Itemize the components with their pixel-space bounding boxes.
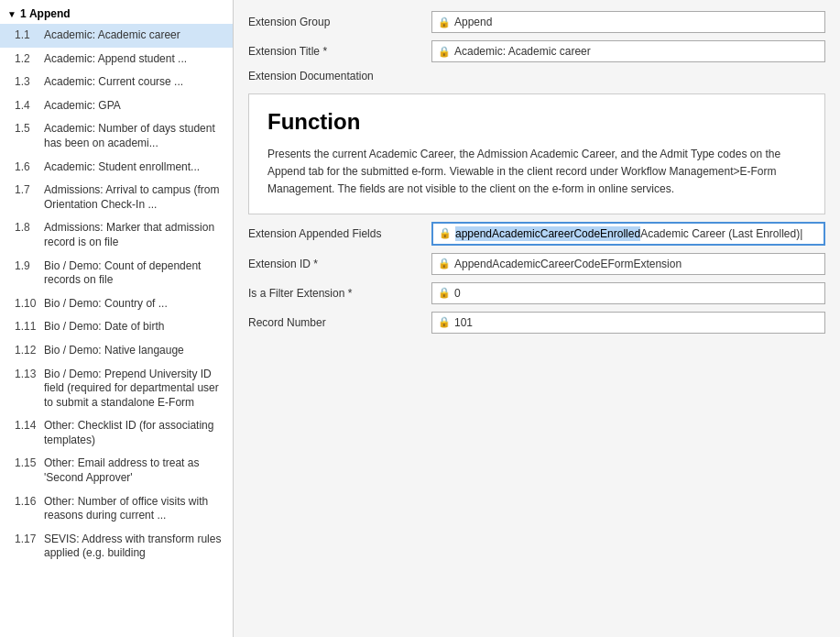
tree-root-append[interactable]: ▼ 1 Append xyxy=(0,4,233,24)
sidebar-item-16[interactable]: 1.16Other: Number of office visits with … xyxy=(0,490,233,528)
sidebar-item-14[interactable]: 1.14Other: Checklist ID (for associating… xyxy=(0,414,233,452)
extension-group-field: 🔒 Append xyxy=(431,11,825,33)
sidebar-item-num: 1.6 xyxy=(15,160,44,175)
sidebar-item-label: Academic: Academic career xyxy=(44,28,180,43)
record-number-label: Record Number xyxy=(248,316,431,329)
sidebar-item-num: 1.8 xyxy=(15,221,44,236)
sidebar-item-num: 1.13 xyxy=(15,368,44,382)
extension-group-row: Extension Group 🔒 Append xyxy=(248,11,825,33)
sidebar-item-label: Admissions: Marker that admission record… xyxy=(44,221,225,249)
extension-id-label: Extension ID * xyxy=(248,258,431,270)
sidebar-item-num: 1.17 xyxy=(15,533,44,547)
sidebar-item-10[interactable]: 1.10Bio / Demo: Country of ... xyxy=(0,292,233,316)
sidebar-item-label: Academic: Number of days student has bee… xyxy=(44,122,225,150)
sidebar-item-label: Bio / Demo: Country of ... xyxy=(44,297,168,312)
lock-icon-record: 🔒 xyxy=(438,316,451,328)
extension-title-row: Extension Title * 🔒 Academic: Academic c… xyxy=(248,40,825,62)
sidebar-item-num: 1.14 xyxy=(15,419,44,434)
sidebar-item-label: Admissions: Arrival to campus (from Orie… xyxy=(44,183,225,212)
sidebar-item-label: Other: Checklist ID (for associating tem… xyxy=(44,419,225,447)
sidebar-item-6[interactable]: 1.6Academic: Student enrollment... xyxy=(0,156,233,180)
sidebar-item-label: Academic: Append student ... xyxy=(44,52,187,67)
main-content: Extension Group 🔒 Append Extension Title… xyxy=(234,0,840,637)
doc-body: Presents the current Academic Career, th… xyxy=(267,146,806,199)
sidebar-item-9[interactable]: 1.9Bio / Demo: Count of dependent record… xyxy=(0,255,233,292)
sidebar-item-num: 1.4 xyxy=(15,99,44,114)
filter-extension-field: 🔒 0 xyxy=(431,282,825,304)
extension-group-value: Append xyxy=(454,16,492,28)
sidebar-item-num: 1.11 xyxy=(15,320,44,335)
extension-group-label: Extension Group xyxy=(248,16,431,28)
sidebar-item-label: Bio / Demo: Date of birth xyxy=(44,320,164,335)
lock-icon-group: 🔒 xyxy=(438,16,451,28)
sidebar-item-label: Bio / Demo: Prepend University ID field … xyxy=(44,368,225,411)
sidebar-item-4[interactable]: 1.4Academic: GPA xyxy=(0,94,233,118)
filter-extension-value: 0 xyxy=(454,287,461,300)
sidebar-item-label: Other: Number of office visits with reas… xyxy=(44,495,225,523)
sidebar-item-num: 1.3 xyxy=(15,75,44,90)
tree-root-name: Append xyxy=(29,7,71,20)
extension-id-value: AppendAcademicCareerCodeEFormExtension xyxy=(454,258,682,270)
sidebar-item-num: 1.10 xyxy=(15,297,44,312)
doc-section: Function Presents the current Academic C… xyxy=(248,93,825,214)
sidebar-item-num: 1.7 xyxy=(15,183,44,198)
extension-doc-label: Extension Documentation xyxy=(248,70,374,82)
appended-highlight-value: appendAcademicCareerCodeEnrolled xyxy=(455,226,640,241)
sidebar-item-label: Academic: Current course ... xyxy=(44,75,183,90)
extension-title-label: Extension Title * xyxy=(248,45,431,58)
sidebar-item-label: SEVIS: Address with transform rules appl… xyxy=(44,533,225,561)
sidebar-item-2[interactable]: 1.2Academic: Append student ... xyxy=(0,48,233,71)
sidebar-item-3[interactable]: 1.3Academic: Current course ... xyxy=(0,71,233,94)
extension-doc-row: Extension Documentation xyxy=(248,70,825,86)
record-number-row: Record Number 🔒 101 xyxy=(248,312,825,334)
sidebar-item-5[interactable]: 1.5Academic: Number of days student has … xyxy=(0,117,233,155)
filter-extension-label: Is a Filter Extension * xyxy=(248,287,431,300)
appended-fields-field[interactable]: 🔒 appendAcademicCareerCodeEnrolledAcadem… xyxy=(431,222,825,246)
lock-icon-appended: 🔒 xyxy=(439,227,452,239)
sidebar-item-12[interactable]: 1.12Bio / Demo: Native langauge xyxy=(0,339,233,363)
sidebar-item-13[interactable]: 1.13Bio / Demo: Prepend University ID fi… xyxy=(0,363,233,415)
lock-icon-filter: 🔒 xyxy=(438,287,451,299)
sidebar-item-7[interactable]: 1.7Admissions: Arrival to campus (from O… xyxy=(0,179,233,216)
extension-id-row: Extension ID * 🔒 AppendAcademicCareerCod… xyxy=(248,253,825,275)
sidebar-item-label: Academic: Student enrollment... xyxy=(44,160,200,175)
sidebar-item-num: 1.12 xyxy=(15,344,44,358)
sidebar-item-num: 1.15 xyxy=(15,456,44,471)
lock-icon-id: 🔒 xyxy=(438,258,451,269)
tree-root-label: 1 xyxy=(20,7,27,20)
sidebar-item-num: 1.5 xyxy=(15,122,44,137)
sidebar-item-num: 1.9 xyxy=(15,259,44,274)
sidebar-item-num: 1.2 xyxy=(15,52,44,67)
sidebar-item-8[interactable]: 1.8Admissions: Marker that admission rec… xyxy=(0,216,233,254)
sidebar-item-label: Other: Email address to treat as 'Second… xyxy=(44,456,225,485)
extension-title-value: Academic: Academic career xyxy=(454,45,591,58)
sidebar-item-17[interactable]: 1.17SEVIS: Address with transform rules … xyxy=(0,528,233,566)
extension-id-field: 🔒 AppendAcademicCareerCodeEFormExtension xyxy=(431,253,825,275)
extension-title-field: 🔒 Academic: Academic career xyxy=(431,40,825,62)
record-number-value: 101 xyxy=(454,316,473,329)
filter-extension-row: Is a Filter Extension * 🔒 0 xyxy=(248,282,825,304)
sidebar-item-1[interactable]: 1.1Academic: Academic career xyxy=(0,24,233,48)
lock-icon-title: 🔒 xyxy=(438,46,451,58)
record-number-field: 🔒 101 xyxy=(431,312,825,334)
sidebar: ▼ 1 Append 1.1Academic: Academic career1… xyxy=(0,0,234,637)
doc-heading: Function xyxy=(267,109,806,135)
appended-rest-value: Academic Career (Last Enrolled)| xyxy=(640,227,802,240)
sidebar-item-15[interactable]: 1.15Other: Email address to treat as 'Se… xyxy=(0,452,233,489)
sidebar-item-11[interactable]: 1.11Bio / Demo: Date of birth xyxy=(0,315,233,339)
tree-arrow-icon: ▼ xyxy=(7,9,16,19)
sidebar-item-label: Bio / Demo: Native langauge xyxy=(44,344,184,358)
sidebar-item-num: 1.1 xyxy=(15,28,44,43)
appended-fields-label: Extension Appended Fields xyxy=(248,227,431,240)
sidebar-item-label: Bio / Demo: Count of dependent records o… xyxy=(44,259,225,288)
sidebar-item-label: Academic: GPA xyxy=(44,99,121,114)
sidebar-item-num: 1.16 xyxy=(15,495,44,510)
sidebar-tree: ▼ 1 Append 1.1Academic: Academic career1… xyxy=(0,0,233,569)
appended-fields-row: Extension Appended Fields 🔒 appendAcadem… xyxy=(248,222,825,246)
